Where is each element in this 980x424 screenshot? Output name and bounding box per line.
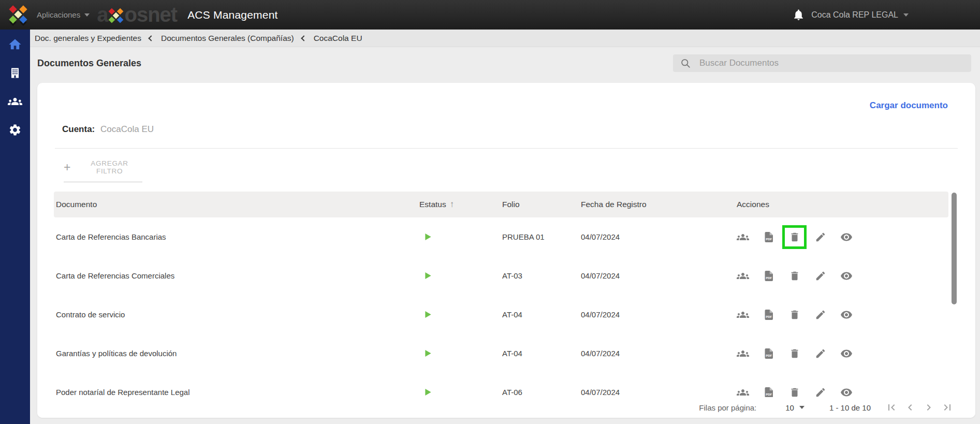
topbar: Aplicaciones a osnet ACS Management Coca… [0, 0, 980, 30]
sidebar-item-companies[interactable] [8, 66, 22, 80]
settings-icon [8, 123, 22, 137]
cell-documento: Carta de Referencias Comerciales [54, 271, 417, 280]
edit-action-button[interactable] [814, 270, 827, 282]
pdf-action-button[interactable]: PDF [763, 347, 775, 360]
group-action-button[interactable] [737, 270, 749, 282]
table-scrollbar[interactable] [952, 193, 957, 304]
chevron-down-icon [799, 406, 805, 409]
delete-action-button[interactable] [788, 386, 801, 399]
chevron-down-icon [903, 13, 909, 17]
sidebar-item-home[interactable] [8, 37, 22, 52]
view-icon [840, 270, 853, 282]
cell-estatus [417, 388, 500, 397]
breadcrumb: Doc. generales y Expedientes Documentos … [30, 30, 980, 47]
user-menu[interactable]: Coca Cola REP LEGAL [811, 10, 909, 20]
status-active-icon [423, 349, 432, 358]
view-icon [840, 309, 853, 321]
apps-menu[interactable]: Aplicaciones [37, 10, 90, 19]
first-page-button[interactable] [885, 401, 898, 414]
cell-fecha: 04/07/2024 [579, 388, 728, 397]
column-header-documento[interactable]: Documento [54, 200, 417, 209]
view-action-button[interactable] [840, 231, 853, 243]
breadcrumb-item-current: CocaCola EU [314, 34, 362, 43]
account-value: CocaCola EU [100, 124, 154, 134]
group-action-button[interactable] [737, 309, 749, 321]
delete-icon [789, 387, 800, 398]
column-header-fecha[interactable]: Fecha de Registro [579, 200, 728, 209]
status-active-icon [423, 271, 432, 280]
group-action-button[interactable] [737, 231, 749, 243]
group-icon [737, 386, 749, 399]
table-header: Documento Estatus ↑ Folio Fecha de Regis… [54, 192, 948, 217]
cell-fecha: 04/07/2024 [579, 232, 728, 241]
group-action-button[interactable] [737, 347, 749, 360]
view-icon [840, 231, 853, 243]
upload-document-link[interactable]: Cargar documento [870, 100, 948, 111]
cell-estatus [417, 271, 500, 280]
add-filter-button[interactable]: + AGREGAR FILTRO [64, 159, 142, 182]
notifications-button[interactable] [792, 8, 805, 21]
cell-acciones: PDF [728, 386, 948, 399]
svg-text:PDF: PDF [766, 315, 772, 318]
rows-per-page-select[interactable]: 10 [785, 403, 805, 412]
group-icon [737, 270, 749, 282]
column-header-folio[interactable]: Folio [500, 200, 579, 209]
page-range-label: 1 - 10 de 10 [829, 403, 871, 412]
breadcrumb-item[interactable]: Documentos Generales (Compañías) [161, 34, 294, 43]
edit-action-button[interactable] [814, 231, 827, 243]
pagination-bar: Filas por página: 10 1 - 10 de 10 [37, 397, 975, 418]
delete-action-button[interactable] [788, 270, 801, 282]
cell-acciones: PDF [728, 231, 948, 243]
edit-action-button[interactable] [814, 386, 827, 399]
edit-icon [815, 270, 826, 282]
table-row: Carta de Referencias Comerciales AT-03 0… [54, 256, 948, 295]
pdf-action-button[interactable]: PDF [763, 231, 775, 243]
rows-per-page-value: 10 [785, 403, 794, 412]
cell-documento: Contrato de servicio [54, 310, 417, 319]
view-action-button[interactable] [840, 386, 853, 399]
pdf-icon: PDF [763, 386, 775, 399]
search-box [673, 54, 971, 72]
breadcrumb-item[interactable]: Doc. generales y Expedientes [35, 34, 141, 43]
last-page-button[interactable] [941, 401, 954, 414]
next-page-icon [923, 401, 935, 414]
pdf-action-button[interactable]: PDF [763, 386, 775, 399]
pdf-action-button[interactable]: PDF [763, 309, 775, 321]
prev-page-button[interactable] [904, 401, 916, 414]
cell-acciones: PDF [728, 309, 948, 321]
view-action-button[interactable] [840, 347, 853, 360]
search-icon [680, 58, 691, 69]
view-action-button[interactable] [840, 309, 853, 321]
cell-fecha: 04/07/2024 [579, 271, 728, 280]
next-page-button[interactable] [923, 401, 935, 414]
sidebar-item-settings[interactable] [8, 123, 22, 137]
cell-acciones: PDF [728, 347, 948, 360]
cell-documento: Garantías y políticas de devolución [54, 349, 417, 358]
pdf-icon: PDF [763, 270, 775, 282]
documents-card: Cargar documento Cuenta: CocaCola EU + A… [37, 83, 975, 418]
column-header-label: Estatus [419, 200, 446, 209]
edit-action-button[interactable] [814, 309, 827, 321]
view-action-button[interactable] [840, 270, 853, 282]
delete-action-button[interactable] [788, 309, 801, 321]
edit-action-button[interactable] [814, 347, 827, 360]
search-input[interactable] [699, 58, 971, 68]
delete-icon [789, 270, 800, 282]
pdf-action-button[interactable]: PDF [763, 270, 775, 282]
svg-text:PDF: PDF [766, 276, 772, 280]
column-header-estatus[interactable]: Estatus ↑ [417, 199, 500, 210]
view-icon [840, 347, 853, 360]
group-action-button[interactable] [737, 386, 749, 399]
group-icon [737, 231, 749, 243]
delete-action-button[interactable] [788, 347, 801, 360]
bell-icon [792, 8, 805, 21]
status-active-icon [423, 232, 432, 241]
table-row: Carta de Referencias Bancarias PRUEBA 01… [54, 217, 948, 256]
svg-text:PDF: PDF [766, 393, 772, 396]
sidebar-item-users[interactable] [8, 94, 22, 109]
delete-action-button[interactable] [788, 231, 801, 243]
plus-icon: + [64, 163, 71, 171]
column-header-acciones[interactable]: Acciones [728, 200, 948, 209]
table-body: Carta de Referencias Bancarias PRUEBA 01… [54, 217, 948, 412]
delete-icon [789, 348, 800, 359]
